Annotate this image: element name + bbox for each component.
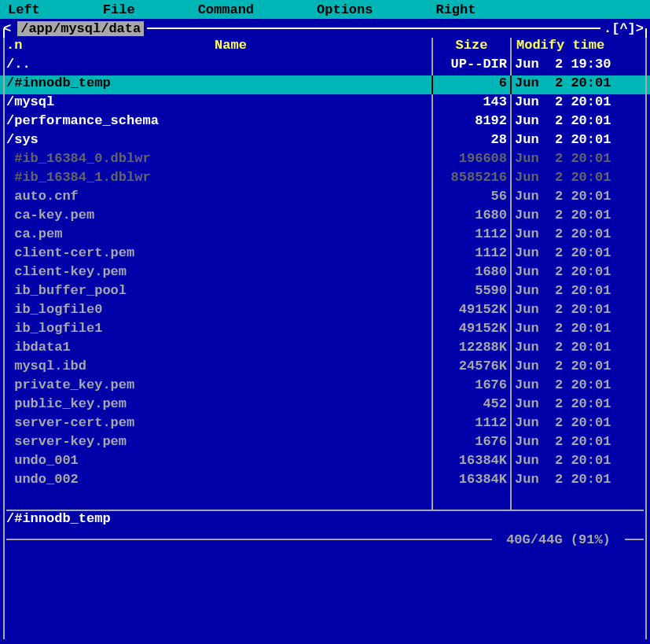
file-size: 5590 (431, 283, 510, 302)
menu-command[interactable]: Command (198, 2, 254, 17)
file-row[interactable]: ib_buffer_pool5590Jun 2 20:01 (0, 283, 650, 302)
file-row[interactable]: client-cert.pem1112Jun 2 20:01 (0, 245, 650, 264)
file-size: 12288K (431, 340, 510, 359)
header-n[interactable]: .n (6, 38, 30, 57)
file-row[interactable]: server-key.pem1676Jun 2 20:01 (0, 434, 650, 453)
file-mtime: Jun 2 19:30 (510, 57, 644, 75)
file-size: 1680 (431, 264, 510, 283)
file-name: ca.pem (6, 226, 431, 245)
file-name: ibdata1 (6, 340, 431, 359)
file-row[interactable]: public_key.pem452Jun 2 20:01 (0, 396, 650, 415)
file-name: client-cert.pem (6, 245, 431, 264)
file-name: #ib_16384_0.dblwr (6, 151, 431, 170)
column-headers: .n Name Size Modify time (0, 38, 650, 57)
header-size[interactable]: Size (431, 38, 510, 57)
file-size: 8585216 (431, 170, 510, 189)
file-size: 49152K (431, 321, 510, 340)
file-name: public_key.pem (6, 396, 431, 415)
file-mtime: Jun 2 20:01 (510, 75, 644, 94)
file-name: ib_logfile0 (6, 302, 431, 321)
file-mtime: Jun 2 20:01 (510, 453, 644, 472)
file-name: private_key.pem (6, 377, 431, 396)
file-mtime: Jun 2 20:01 (510, 472, 644, 491)
file-size: 49152K (431, 302, 510, 321)
disk-usage: 40G/44G (91%) (498, 532, 619, 547)
file-size: 56 (431, 189, 510, 208)
file-size: 16384K (431, 472, 510, 491)
file-row[interactable]: /#innodb_temp6Jun 2 20:01 (0, 75, 650, 94)
file-size: 1676 (431, 377, 510, 396)
file-mtime: Jun 2 20:01 (510, 396, 644, 415)
menu-left[interactable]: Left (8, 2, 40, 17)
file-row[interactable]: /..UP--DIRJun 2 19:30 (0, 57, 650, 75)
menubar: Left File Command Options Right (0, 0, 650, 19)
file-name: #ib_16384_1.dblwr (6, 170, 431, 189)
file-size: 143 (431, 94, 510, 113)
file-mtime: Jun 2 20:01 (510, 302, 644, 321)
file-mtime: Jun 2 20:01 (510, 264, 644, 283)
file-name: client-key.pem (6, 264, 431, 283)
file-list: /..UP--DIRJun 2 19:30/#innodb_temp6Jun 2… (0, 57, 650, 491)
file-row[interactable]: undo_00216384KJun 2 20:01 (0, 472, 650, 491)
file-row[interactable]: server-cert.pem1112Jun 2 20:01 (0, 415, 650, 434)
file-mtime: Jun 2 20:01 (510, 226, 644, 245)
file-name: ca-key.pem (6, 208, 431, 226)
file-size: 1112 (431, 226, 510, 245)
file-mtime: Jun 2 20:01 (510, 208, 644, 226)
file-mtime: Jun 2 20:01 (510, 415, 644, 434)
file-row[interactable]: ca.pem1112Jun 2 20:01 (0, 226, 650, 245)
file-size: UP--DIR (431, 57, 510, 75)
file-name: server-key.pem (6, 434, 431, 453)
file-row[interactable]: mysql.ibd24576KJun 2 20:01 (0, 359, 650, 377)
file-name: /#innodb_temp (6, 75, 431, 94)
file-name: ib_buffer_pool (6, 283, 431, 302)
file-size: 24576K (431, 359, 510, 377)
file-name: undo_002 (6, 472, 431, 491)
file-row[interactable]: private_key.pem1676Jun 2 20:01 (0, 377, 650, 396)
scroll-left-icon[interactable]: < (0, 21, 11, 36)
file-size: 1676 (431, 434, 510, 453)
file-name: /sys (6, 132, 431, 151)
path-row: < /app/mysql/data .[^]> (0, 19, 650, 38)
file-mtime: Jun 2 20:01 (510, 170, 644, 189)
file-row[interactable]: ca-key.pem1680Jun 2 20:01 (0, 208, 650, 226)
file-row[interactable]: ibdata112288KJun 2 20:01 (0, 340, 650, 359)
footer: 40G/44G (91%) (0, 530, 650, 549)
file-row[interactable]: client-key.pem1680Jun 2 20:01 (0, 264, 650, 283)
file-mtime: Jun 2 20:01 (510, 245, 644, 264)
updir-indicator[interactable]: .[^]> (604, 21, 650, 36)
file-mtime: Jun 2 20:01 (510, 132, 644, 151)
current-path[interactable]: /app/mysql/data (17, 21, 144, 36)
file-size: 1680 (431, 208, 510, 226)
file-size: 1112 (431, 415, 510, 434)
file-name: undo_001 (6, 453, 431, 472)
header-mtime[interactable]: Modify time (510, 38, 644, 57)
file-row[interactable]: #ib_16384_1.dblwr8585216Jun 2 20:01 (0, 170, 650, 189)
empty-row (0, 491, 650, 510)
file-size: 28 (431, 132, 510, 151)
menu-file[interactable]: File (103, 2, 135, 17)
header-name[interactable]: Name (30, 38, 431, 57)
menu-right[interactable]: Right (435, 2, 476, 17)
file-row[interactable]: /performance_schema8192Jun 2 20:01 (0, 113, 650, 132)
file-row[interactable]: #ib_16384_0.dblwr196608Jun 2 20:01 (0, 151, 650, 170)
file-row[interactable]: ib_logfile049152KJun 2 20:01 (0, 302, 650, 321)
file-row[interactable]: ib_logfile149152KJun 2 20:01 (0, 321, 650, 340)
file-row[interactable]: /sys28Jun 2 20:01 (0, 132, 650, 151)
file-name: /performance_schema (6, 113, 431, 132)
file-mtime: Jun 2 20:01 (510, 340, 644, 359)
file-mtime: Jun 2 20:01 (510, 283, 644, 302)
file-mtime: Jun 2 20:01 (510, 189, 644, 208)
file-row[interactable]: undo_00116384KJun 2 20:01 (0, 453, 650, 472)
file-row[interactable]: /mysql143Jun 2 20:01 (0, 94, 650, 113)
file-name: server-cert.pem (6, 415, 431, 434)
file-mtime: Jun 2 20:01 (510, 94, 644, 113)
file-mtime: Jun 2 20:01 (510, 321, 644, 340)
file-mtime: Jun 2 20:01 (510, 434, 644, 453)
status-bar: /#innodb_temp (0, 511, 650, 530)
file-mtime: Jun 2 20:01 (510, 377, 644, 396)
file-panel: < /app/mysql/data .[^]> .n Name Size Mod… (0, 19, 650, 644)
file-row[interactable]: auto.cnf56Jun 2 20:01 (0, 189, 650, 208)
file-size: 8192 (431, 113, 510, 132)
menu-options[interactable]: Options (317, 2, 373, 17)
